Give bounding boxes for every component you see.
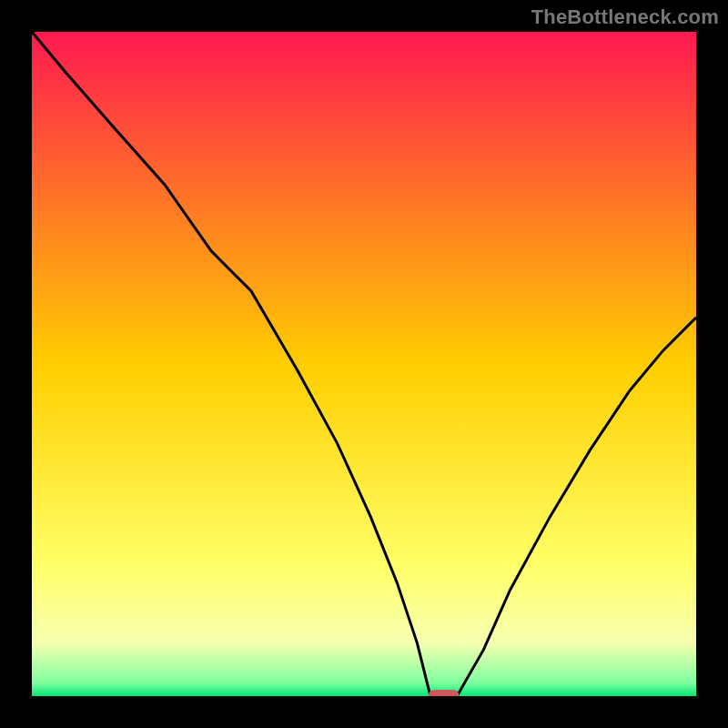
plot-background bbox=[32, 32, 696, 696]
chart-canvas bbox=[0, 0, 728, 728]
bottleneck-chart: TheBottleneck.com bbox=[0, 0, 728, 728]
watermark-text: TheBottleneck.com bbox=[531, 5, 719, 29]
